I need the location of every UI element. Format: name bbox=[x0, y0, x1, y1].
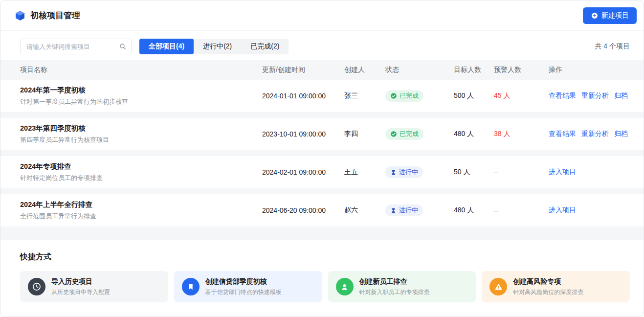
project-name-cell: 2023年第四季度初核 第四季度员工异常行为核查项目 bbox=[20, 124, 262, 144]
project-filter-tabs: 全部项目(4) 进行中(2) 已完成(2) bbox=[139, 39, 289, 54]
warning-count: 38 人 bbox=[494, 130, 549, 138]
project-creator: 张三 bbox=[344, 91, 385, 100]
status-cell: 已完成 bbox=[385, 128, 454, 140]
check-circle-icon bbox=[390, 131, 397, 137]
column-header-target: 目标人数 bbox=[454, 66, 494, 74]
shortcut-card-import-history[interactable]: 导入历史项目 从历史项目中导入配置 bbox=[20, 271, 168, 302]
project-name-cell: 2024年第一季度初核 针对第一季度员工异常行为的初步核查 bbox=[20, 86, 262, 106]
warning-count: – bbox=[494, 206, 549, 214]
shortcut-card-high-risk[interactable]: 创建高风险专项 针对高风险岗位的深度排查 bbox=[482, 271, 630, 302]
column-header-actions: 操作 bbox=[549, 66, 630, 74]
shortcut-description: 从历史项目中导入配置 bbox=[51, 288, 110, 296]
check-circle-icon bbox=[390, 92, 397, 99]
warning-count: – bbox=[494, 168, 549, 176]
project-creator: 赵六 bbox=[344, 206, 385, 215]
action-archive[interactable]: 归档 bbox=[614, 91, 628, 100]
clock-icon bbox=[28, 278, 45, 295]
warning-triangle-icon bbox=[494, 282, 503, 292]
shortcut-description: 针对高风险岗位的深度排查 bbox=[513, 288, 583, 296]
column-header-creator: 创建人 bbox=[344, 66, 385, 74]
row-divider bbox=[0, 112, 644, 118]
project-name: 2024年第一季度初核 bbox=[20, 86, 262, 95]
action-archive[interactable]: 归档 bbox=[614, 130, 628, 138]
target-count: 480 人 bbox=[454, 206, 494, 215]
bookmark-icon bbox=[182, 278, 200, 295]
hourglass-icon bbox=[390, 169, 397, 176]
app-logo-cube-icon bbox=[14, 10, 26, 22]
status-cell: 进行中 bbox=[385, 166, 454, 178]
action-enter-project[interactable]: 进入项目 bbox=[549, 206, 576, 215]
section-divider bbox=[0, 226, 644, 240]
action-reanalyze[interactable]: 重新分析 bbox=[581, 130, 609, 138]
bookmark-icon bbox=[186, 282, 195, 291]
column-header-status: 状态 bbox=[385, 66, 454, 74]
action-view-results[interactable]: 查看结果 bbox=[549, 91, 576, 100]
tab-in-progress[interactable]: 进行中(2) bbox=[194, 39, 241, 54]
target-count: 500 人 bbox=[454, 91, 494, 100]
shortcut-card-credit-quarterly[interactable]: 创建信贷部季度初核 基于信贷部门特点的快速模板 bbox=[174, 271, 322, 302]
target-count: 480 人 bbox=[454, 130, 494, 138]
table-row: 2023年第四季度初核 第四季度员工异常行为核查项目 2023-10-01 09… bbox=[0, 118, 644, 150]
warning-count: 45 人 bbox=[494, 91, 549, 100]
project-creator: 李四 bbox=[344, 130, 385, 138]
tab-all-projects[interactable]: 全部项目(4) bbox=[139, 39, 194, 54]
shortcut-cards: 导入历史项目 从历史项目中导入配置 创建信贷部季度初核 基于信贷部门特点的快速模… bbox=[20, 271, 630, 302]
project-description: 第四季度员工异常行为核查项目 bbox=[20, 136, 262, 144]
action-enter-project[interactable]: 进入项目 bbox=[549, 168, 576, 177]
column-header-warning: 预警人数 bbox=[494, 66, 549, 74]
user-icon bbox=[336, 278, 354, 295]
status-label: 进行中 bbox=[399, 168, 418, 177]
row-divider bbox=[0, 188, 644, 194]
project-name-cell: 2024年专项排查 针对特定岗位员工的专项排查 bbox=[20, 162, 262, 182]
status-cell: 已完成 bbox=[385, 90, 454, 102]
shortcut-title: 创建信贷部季度初核 bbox=[205, 277, 282, 286]
page-header: 初核项目管理 新建项目 bbox=[0, 0, 644, 31]
status-badge: 已完成 bbox=[385, 128, 423, 140]
preliminary-project-management-page: 初核项目管理 新建项目 全部项目(4) 进行中(2) 已完成(2) 共 4 个项… bbox=[0, 0, 644, 317]
status-label: 已完成 bbox=[400, 130, 419, 138]
tab-completed[interactable]: 已完成(2) bbox=[241, 39, 289, 54]
clock-icon bbox=[32, 282, 42, 292]
actions-cell: 进入项目 bbox=[549, 168, 630, 177]
status-badge: 进行中 bbox=[385, 166, 423, 178]
new-project-button[interactable]: 新建项目 bbox=[583, 7, 637, 24]
search-input[interactable] bbox=[20, 39, 132, 54]
user-icon bbox=[340, 282, 349, 292]
shortcut-title: 创建高风险专项 bbox=[513, 277, 583, 286]
project-description: 针对特定岗位员工的专项排查 bbox=[20, 174, 262, 182]
search-icon[interactable] bbox=[119, 43, 127, 50]
shortcut-card-new-employee[interactable]: 创建新员工排查 针对新入职员工的专项排查 bbox=[328, 271, 476, 302]
shortcut-text: 创建高风险专项 针对高风险岗位的深度排查 bbox=[513, 277, 583, 296]
shortcut-description: 针对新入职员工的专项排查 bbox=[359, 288, 430, 296]
row-divider bbox=[0, 150, 644, 156]
table-row: 2024年专项排查 针对特定岗位员工的专项排查 2024-02-01 09:00… bbox=[0, 156, 644, 188]
shortcuts-section: 快捷方式 导入历史项目 从历史项目中导入配置 bbox=[0, 240, 644, 302]
column-header-time: 更新/创建时间 bbox=[262, 66, 344, 74]
project-time: 2024-06-20 09:00:00 bbox=[262, 206, 344, 214]
projects-table: 项目名称 更新/创建时间 创建人 状态 目标人数 预警人数 操作 2024年第一… bbox=[0, 60, 644, 226]
project-creator: 王五 bbox=[344, 168, 385, 177]
project-name: 2023年第四季度初核 bbox=[20, 124, 262, 133]
actions-cell: 查看结果 重新分析 归档 bbox=[549, 91, 630, 100]
table-row: 2024年上半年全行排查 全行范围员工异常行为排查 2024-06-20 09:… bbox=[0, 194, 644, 226]
project-time: 2024-02-01 09:00:00 bbox=[262, 168, 344, 176]
status-label: 已完成 bbox=[400, 91, 419, 100]
shortcut-title: 创建新员工排查 bbox=[359, 277, 430, 286]
actions-cell: 查看结果 重新分析 归档 bbox=[549, 130, 630, 138]
page-title: 初核项目管理 bbox=[30, 10, 80, 21]
shortcut-text: 创建新员工排查 针对新入职员工的专项排查 bbox=[359, 277, 430, 296]
project-description: 针对第一季度员工异常行为的初步核查 bbox=[20, 97, 262, 106]
target-count: 50 人 bbox=[454, 168, 494, 177]
column-header-name: 项目名称 bbox=[20, 66, 262, 74]
project-count: 共 4 个项目 bbox=[595, 42, 630, 51]
warning-icon bbox=[489, 278, 507, 295]
status-cell: 进行中 bbox=[385, 204, 454, 216]
action-reanalyze[interactable]: 重新分析 bbox=[581, 91, 609, 100]
table-header-row: 项目名称 更新/创建时间 创建人 状态 目标人数 预警人数 操作 bbox=[0, 60, 644, 80]
shortcut-description: 基于信贷部门特点的快速模板 bbox=[205, 288, 282, 296]
project-name: 2024年专项排查 bbox=[20, 162, 262, 171]
hourglass-icon bbox=[390, 207, 397, 214]
project-time: 2023-10-01 09:00:00 bbox=[262, 130, 344, 138]
action-view-results[interactable]: 查看结果 bbox=[549, 130, 576, 138]
project-name-cell: 2024年上半年全行排查 全行范围员工异常行为排查 bbox=[20, 200, 262, 221]
